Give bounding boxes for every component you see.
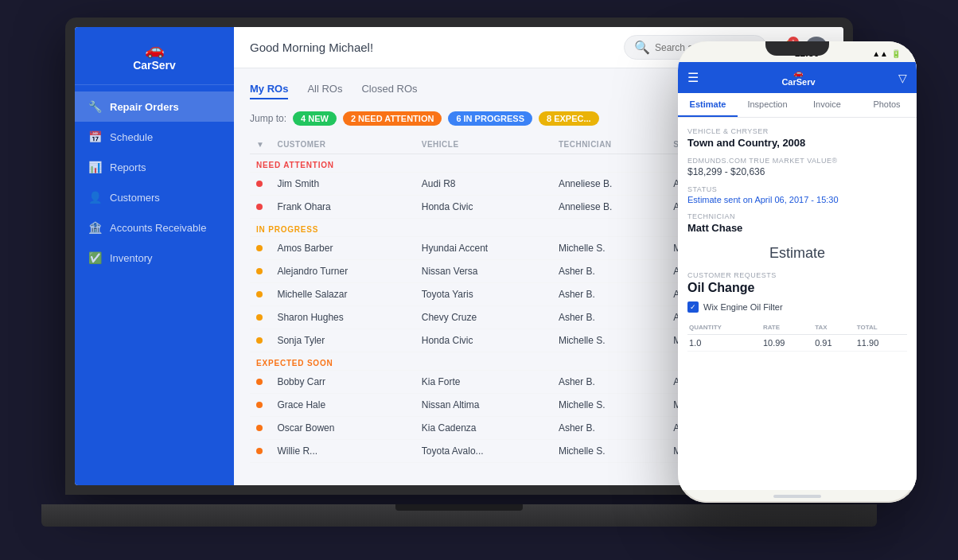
signal-icon: 🔋	[891, 49, 901, 58]
col-tax: TAX	[813, 321, 855, 335]
sidebar-label-customers: Customers	[110, 192, 160, 204]
market-value: $18,299 - $20,636	[687, 166, 907, 177]
tax-cell: 0.91	[813, 335, 855, 352]
sidebar-item-repair-orders[interactable]: 🔧 Repair Orders	[75, 91, 234, 122]
phone-tab-inspection[interactable]: Inspection	[738, 93, 797, 117]
schedule-icon: 📅	[88, 130, 102, 144]
market-value-section: EDMUNDS.COM TRUE MARKET VALUE® $18,299 -…	[687, 157, 907, 177]
home-indicator[interactable]	[773, 495, 821, 498]
badge-need-attention[interactable]: 2 NEED ATTENTION	[343, 111, 442, 126]
estimate-row: 1.0 10.99 0.91 11.90	[687, 335, 907, 352]
tab-my-ros[interactable]: My ROs	[250, 83, 288, 99]
jump-to-label: Jump to:	[250, 113, 286, 124]
col-customer: CUSTOMER	[271, 135, 415, 154]
sidebar-item-inventory[interactable]: ✅ Inventory	[75, 243, 234, 273]
car-icon: 🚗	[88, 40, 221, 59]
phone-body: VEHICLE & CHRYSER Town and Country, 2008…	[678, 118, 917, 490]
logo-text: CarServ	[88, 59, 221, 72]
scene: 🚗 CarServ 🔧 Repair Orders 📅 Schedule	[41, 18, 917, 542]
oil-change-label: Oil Change	[687, 281, 907, 295]
inventory-icon: ✅	[88, 251, 102, 265]
laptop-base	[41, 504, 877, 527]
greeting-text: Good Morning Michael!	[250, 41, 373, 54]
status-section: STATUS Estimate sent on April 06, 2017 -…	[687, 185, 907, 204]
phone-frame: 12:30 ▲▲ 🔋 ☰ 🚗 CarServ ▽	[678, 41, 917, 503]
phone-overlay: 12:30 ▲▲ 🔋 ☰ 🚗 CarServ ▽	[678, 41, 917, 503]
col-quantity: QUANTITY	[687, 321, 761, 335]
filter-checkbox[interactable]: ✓	[687, 301, 699, 313]
technician-section: TECHNICIAN Matt Chase	[687, 212, 907, 234]
sidebar: 🚗 CarServ 🔧 Repair Orders 📅 Schedule	[75, 27, 234, 485]
sidebar-label-repair-orders: Repair Orders	[110, 101, 179, 113]
customer-requests-label: CUSTOMER REQUESTS	[687, 271, 907, 279]
tab-all-ros[interactable]: All ROs	[307, 83, 342, 99]
sidebar-item-accounts-receivable[interactable]: 🏦 Accounts Receivable	[75, 212, 234, 243]
customers-icon: 👤	[88, 190, 102, 204]
col-total: TOTAL	[855, 321, 907, 335]
phone-tab-invoice[interactable]: Invoice	[797, 93, 857, 117]
badge-in-progress[interactable]: 6 IN PROGRESS	[448, 111, 532, 126]
phone-menu-icon[interactable]: ☰	[687, 70, 699, 85]
sidebar-item-customers[interactable]: 👤 Customers	[75, 182, 234, 212]
vehicle-section: VEHICLE & CHRYSER Town and Country, 2008	[687, 127, 907, 149]
technician-label: TECHNICIAN	[687, 212, 907, 220]
quantity-cell: 1.0	[687, 335, 761, 352]
filter-row: ✓ Wix Engine Oil Filter	[687, 301, 907, 313]
repair-orders-icon: 🔧	[88, 99, 102, 114]
phone-notch	[765, 41, 829, 56]
sidebar-nav: 🔧 Repair Orders 📅 Schedule 📊 Reports	[75, 85, 234, 485]
phone-tab-photos[interactable]: Photos	[857, 93, 917, 117]
col-technician: TECHNICIAN	[552, 135, 667, 154]
technician-name: Matt Chase	[687, 222, 907, 234]
tab-closed-ros[interactable]: Closed ROs	[361, 83, 417, 99]
col-expand: ▼	[250, 135, 271, 154]
phone-screen: ☰ 🚗 CarServ ▽ Estimate Inspection Invoic…	[678, 62, 917, 490]
rate-cell: 10.99	[761, 335, 813, 352]
sidebar-item-reports[interactable]: 📊 Reports	[75, 152, 234, 182]
status-text: Estimate sent on April 06, 2017 - 15:30	[687, 195, 907, 204]
vehicle-label: VEHICLE & CHRYSER	[687, 127, 907, 135]
wifi-icon: ▲▲	[872, 49, 888, 58]
phone-tab-estimate[interactable]: Estimate	[678, 93, 738, 117]
ro-tabs: My ROs All ROs Closed ROs	[250, 83, 418, 99]
sidebar-label-inventory: Inventory	[110, 252, 152, 264]
phone-filter-icon[interactable]: ▽	[898, 72, 907, 84]
accounts-icon: 🏦	[88, 220, 102, 235]
badge-new[interactable]: 4 NEW	[293, 111, 337, 126]
phone-estimate-table: QUANTITY RATE TAX TOTAL 1.0 10.99 0.91	[687, 321, 907, 352]
status-label: STATUS	[687, 185, 907, 193]
sidebar-label-reports: Reports	[110, 161, 146, 173]
sidebar-label-accounts: Accounts Receivable	[110, 222, 206, 234]
phone-logo-text: CarServ	[781, 77, 815, 87]
sidebar-label-schedule: Schedule	[110, 131, 153, 143]
phone-tabs: Estimate Inspection Invoice Photos	[678, 93, 917, 118]
col-vehicle: VEHICLE	[415, 135, 552, 154]
search-icon: 🔍	[634, 40, 650, 55]
filter-item: Wix Engine Oil Filter	[703, 302, 783, 312]
sidebar-item-schedule[interactable]: 📅 Schedule	[75, 122, 234, 152]
badge-expected[interactable]: 8 EXPEC...	[539, 111, 599, 126]
phone-logo: 🚗 CarServ	[781, 68, 815, 87]
sidebar-logo: 🚗 CarServ	[75, 27, 234, 85]
market-value-label: EDMUNDS.COM TRUE MARKET VALUE®	[687, 157, 907, 165]
col-rate: RATE	[761, 321, 813, 335]
vehicle-value: Town and Country, 2008	[687, 137, 907, 149]
reports-icon: 📊	[88, 160, 102, 174]
estimate-title: Estimate	[687, 245, 907, 262]
phone-nav: ☰ 🚗 CarServ ▽	[678, 62, 917, 93]
phone-status-icons: ▲▲ 🔋	[872, 49, 901, 58]
total-cell: 11.90	[855, 335, 907, 352]
